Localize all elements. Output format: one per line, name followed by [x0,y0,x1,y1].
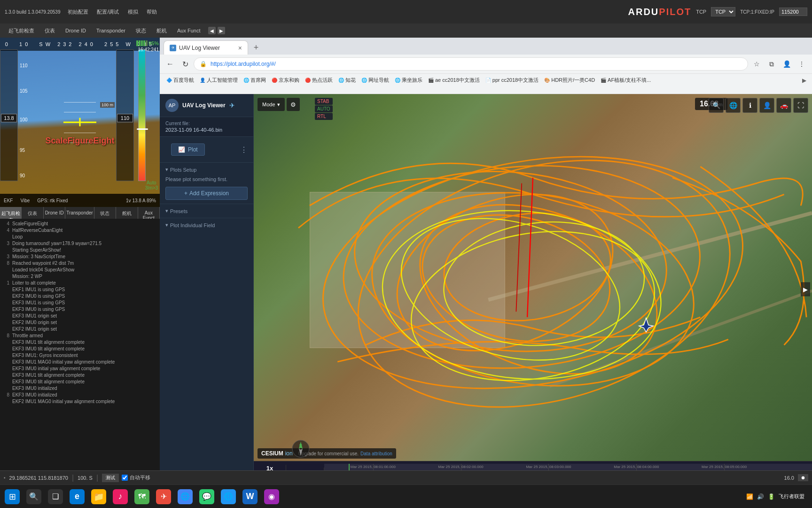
test-tab-btn[interactable]: 测试 [102,474,119,482]
collapse-right-btn[interactable]: ▶ [218,27,225,34]
menu-sim[interactable]: 模拟 [124,7,142,17]
word-btn[interactable]: W [240,486,260,507]
bookmark-nav[interactable]: 🌐 网址导航 [359,76,392,85]
bookmark-baidu[interactable]: 🔷 百度导航 [164,76,197,85]
tab-instruments[interactable]: 仪表 [22,207,43,219]
map-globe-btn[interactable]: 🌐 [726,98,741,113]
map-person-btn[interactable]: 👤 [759,98,774,113]
tab-status-small[interactable]: 状态 [94,207,116,219]
tab-drone-id[interactable]: Drone ID [44,207,65,219]
tab-servos-small[interactable]: 舵机 [116,207,138,219]
presets-section: ▾ Presets [160,204,253,218]
tcp-dropdown[interactable]: TCP [711,7,735,16]
nav-transponder[interactable]: Transponder [92,26,130,35]
extra-btn[interactable]: ◉ [261,486,282,507]
nav-instruments[interactable]: 仪表 [40,26,60,36]
taskbar-left: 1.3.0 build 1.3.0479.20539 初始配置 配置/调试 模拟… [0,7,165,17]
menu-init[interactable]: 初始配置 [64,7,92,17]
tab-aux-small[interactable]: Aux Funct [138,207,160,219]
plots-setup-header[interactable]: ▾ Plots Setup [165,167,248,173]
map-fullscreen-btn[interactable]: ⛶ [793,98,808,113]
current-file-label: Current file: [165,121,248,126]
bookmark-ai[interactable]: 👤 人工智能管理 [197,76,241,85]
map-icon: 🗺 [134,489,149,504]
autopilot-checkbox[interactable] [122,475,128,481]
bookmark-af[interactable]: 🎬 AF植板/支柱不填... [598,76,654,85]
autopilot-label[interactable]: 自动平移 [122,474,150,481]
bookmarks-scroll-right[interactable]: ▶ [800,77,808,84]
tab-transponder[interactable]: Transponder [65,207,94,219]
options-btn[interactable]: ⋮ [240,145,248,154]
bookmark-nav-icon: 🌐 [361,78,367,83]
map-area[interactable]: Mode ▾ ⚙ STAB AUTO RTL 16.68m [254,94,812,484]
bookmark-jd[interactable]: 🔴 京东和购 [269,76,302,85]
log-line: EKF3 IMU1 MAG0 initial yaw alignment com… [2,359,158,365]
browser-btn[interactable]: 🌐 [175,486,195,507]
presets-header[interactable]: ▾ Presets [165,208,248,214]
nav-status[interactable]: 状态 [131,26,151,36]
collapse-left-btn[interactable]: ◀ [208,27,216,34]
extensions-btn[interactable]: ⧉ [765,57,778,71]
task-view-btn[interactable]: ❑ [45,486,66,507]
network-btn[interactable]: 🌐 [218,486,239,507]
nav-servos[interactable]: 舵机 [152,26,172,36]
map-expand-right-btn[interactable]: ▶ [801,282,810,296]
start-btn[interactable]: ⊞ [2,486,23,507]
log-area[interactable]: 4ScaleFigureEight4HalfReverseCubanEightL… [0,219,160,405]
menu-config[interactable]: 配置/调试 [93,7,123,17]
bookmark-ppr[interactable]: 📄 ppr cc2018中文激活 [483,76,541,85]
log-num [3,339,9,346]
map-info-btn[interactable]: ℹ [742,98,757,113]
new-tab-btn[interactable]: + [249,40,263,55]
menu-help[interactable]: 帮助 [143,7,161,17]
bookmark-hot-icon: 🔴 [305,78,311,83]
plot-button[interactable]: 📈 Plot [171,143,205,156]
log-num [3,379,9,385]
account-btn[interactable]: 👤 [780,57,793,71]
taskbar-system-tray: 📶 🔊 🔋 飞行者联盟 [746,493,810,500]
nav-drone-id[interactable]: Drone ID [61,26,91,35]
tab-close-btn[interactable]: × [238,44,242,52]
url-bar[interactable]: 🔒 https://plot.ardupilot.org/#/ [194,57,748,71]
status-bar: ▪ 29.1865261 115.8181870 | 100. S | 测试 自… [0,470,812,484]
cesium-attribution-link[interactable]: Data attribution [360,451,392,456]
plot-individual-header[interactable]: ▾ Plot Individual Field [165,222,248,228]
map-car-btn[interactable]: 🚗 [776,98,791,113]
nav-preflight[interactable]: 起飞前检查 [4,26,39,36]
log-num [3,234,9,240]
bookmark-hdr[interactable]: 🎨 HDR照片/一类C4D [541,76,598,85]
tab-preflight[interactable]: 起飞前检查 [0,207,22,219]
log-text: EKF1 IMU1 is using GPS [12,286,65,293]
log-num [3,300,9,306]
log-text: Loiter to alt complete [12,280,56,286]
search-taskbar-btn[interactable]: 🔍 [23,486,44,507]
map-settings-btn[interactable]: ⚙ [287,98,300,111]
record-btn[interactable]: ⏺ [798,474,808,481]
wechat-btn[interactable]: 💬 [196,486,217,507]
bookmark-flower[interactable]: 🌐 知花 [336,76,359,85]
uav-header: AP UAV Log Viewer ✈ [160,94,253,117]
browser-refresh-btn[interactable]: ↻ [179,57,192,71]
port-input[interactable] [779,8,807,16]
bookmark-first[interactable]: 🌐 首席网 [241,76,269,85]
map-btn[interactable]: 🗺 [132,486,152,507]
add-expression-button[interactable]: + Add Expression [165,187,248,200]
browser-back-btn[interactable]: ← [164,57,177,71]
mode-dropdown-btn[interactable]: Mode ▾ [258,98,285,111]
music-btn[interactable]: ♪ [110,486,131,507]
log-text: EKF2 IMU1 MAG0 initial yaw alignment com… [12,398,115,405]
bookmark-btn[interactable]: ☆ [750,57,763,71]
browser-active-tab[interactable]: ✈ UAV Log Viewer × [164,40,248,55]
edge-btn[interactable]: e [67,486,87,507]
explorer-btn[interactable]: 📁 [88,486,109,507]
bookmark-hot[interactable]: 🔴 热点活跃 [302,76,336,85]
ardupilot-btn[interactable]: ✈ [153,486,174,507]
nav-aux[interactable]: Aux Funct [172,26,205,35]
taskbar: 1.3.0 build 1.3.0479.20539 初始配置 配置/调试 模拟… [0,0,812,24]
edge-icon: e [70,489,85,504]
cesium-brand: CESIUM ion Upgrade for commercial use. D… [258,448,396,459]
map-search-btn[interactable]: 🔍 [709,98,724,113]
bookmark-ae[interactable]: 🎬 ae cc2018中文激活 [425,76,483,85]
settings-btn-browser[interactable]: ⋮ [795,57,808,71]
bookmark-travel[interactable]: 🌐 乘坐旅乐 [392,76,425,85]
